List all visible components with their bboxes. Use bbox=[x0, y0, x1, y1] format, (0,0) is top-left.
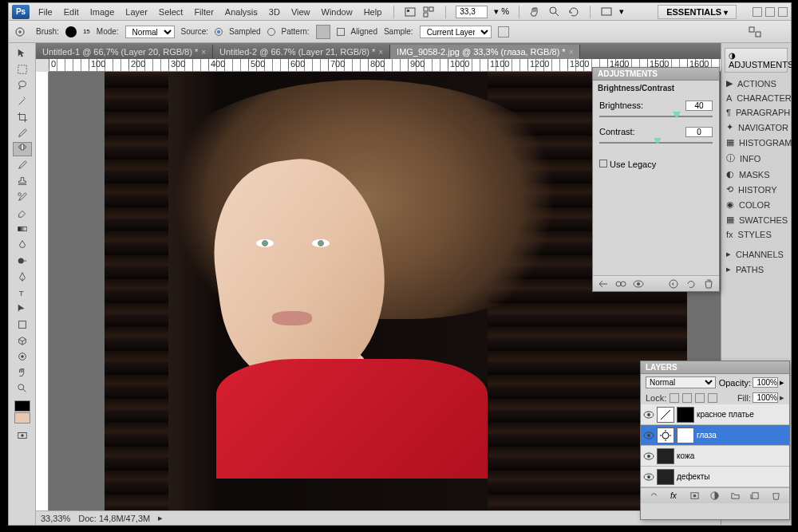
menu-view[interactable]: View bbox=[289, 6, 313, 18]
lock-trans-icon[interactable] bbox=[670, 393, 679, 403]
ruler-vertical[interactable] bbox=[36, 72, 49, 510]
status-arrow-icon[interactable]: ▸ bbox=[158, 513, 163, 523]
move-tool[interactable] bbox=[13, 46, 32, 61]
status-doc[interactable]: Doc: 14,8M/47,3M bbox=[78, 514, 150, 523]
reset-icon[interactable] bbox=[685, 278, 697, 290]
sample-select[interactable]: Current Layer bbox=[420, 26, 492, 38]
clip-icon[interactable] bbox=[615, 278, 626, 290]
group-icon[interactable] bbox=[730, 491, 741, 501]
tab-doc-2[interactable]: Untitled-2 @ 66.7% (Layer 21, RGB/8) *× bbox=[213, 45, 390, 59]
contrast-input[interactable] bbox=[685, 127, 713, 137]
dock-item-styles[interactable]: fxSTYLES bbox=[721, 227, 791, 242]
legacy-checkbox[interactable] bbox=[599, 160, 607, 167]
tab-doc-1[interactable]: Untitled-1 @ 66,7% (Layer 20, RGB/8) *× bbox=[36, 45, 213, 59]
contrast-slider[interactable] bbox=[599, 142, 713, 144]
dock-item-navigator[interactable]: ✦NAVIGATOR bbox=[721, 120, 791, 135]
clone-source-icon[interactable] bbox=[748, 26, 762, 38]
menu-3d[interactable]: 3D bbox=[267, 6, 282, 18]
maximize-button[interactable] bbox=[765, 7, 775, 17]
trash-icon[interactable] bbox=[771, 491, 781, 501]
workspace-button[interactable]: ESSENTIALS ▾ bbox=[658, 5, 737, 19]
layer-mask[interactable] bbox=[677, 428, 694, 443]
healing-brush-tool-icon[interactable] bbox=[14, 25, 30, 39]
adjustments-expand[interactable]: ◑ ADJUSTMENTS bbox=[725, 48, 788, 73]
mask-icon[interactable] bbox=[689, 491, 700, 501]
layer-name[interactable]: кожа bbox=[677, 451, 787, 460]
previous-icon[interactable] bbox=[668, 278, 679, 290]
quickmask-tool[interactable] bbox=[13, 428, 32, 443]
dock-item-actions[interactable]: ▶ACTIONS bbox=[721, 76, 791, 91]
bridge-icon[interactable] bbox=[404, 6, 417, 18]
sampled-radio[interactable] bbox=[215, 28, 223, 36]
dock-item-histogram[interactable]: ▦HISTOGRAM bbox=[721, 135, 791, 150]
foreground-swatch[interactable] bbox=[14, 400, 30, 412]
stamp-tool[interactable] bbox=[13, 174, 32, 188]
background-swatch[interactable] bbox=[14, 412, 30, 424]
visibility-icon[interactable] bbox=[643, 409, 654, 420]
lock-pos-icon[interactable] bbox=[695, 393, 705, 403]
marquee-tool[interactable] bbox=[13, 62, 32, 77]
dock-item-history[interactable]: ⟲HISTORY bbox=[721, 182, 791, 197]
eye-icon[interactable] bbox=[633, 278, 644, 290]
dropdown-icon[interactable]: ▾ bbox=[619, 6, 624, 17]
layer-row[interactable]: глаза bbox=[641, 425, 789, 446]
dock-item-channels[interactable]: ▸CHANNELS bbox=[721, 246, 791, 262]
brush-tool[interactable] bbox=[13, 158, 32, 172]
3d-camera-tool[interactable] bbox=[13, 349, 32, 364]
mode-select[interactable]: Normal bbox=[125, 26, 175, 38]
lock-paint-icon[interactable] bbox=[682, 393, 692, 403]
dock-item-paragraph[interactable]: ¶PARAGRAPH bbox=[721, 105, 791, 120]
menu-filter[interactable]: Filter bbox=[192, 6, 215, 18]
close-tab-icon[interactable]: × bbox=[378, 48, 383, 57]
hand-icon[interactable] bbox=[529, 6, 542, 18]
fill-arrow-icon[interactable]: ▸ bbox=[780, 392, 784, 403]
ignore-adj-icon[interactable] bbox=[498, 26, 509, 37]
blur-tool[interactable] bbox=[13, 238, 32, 252]
pen-tool[interactable] bbox=[13, 270, 32, 284]
fill-input[interactable] bbox=[753, 392, 778, 403]
dock-item-paths[interactable]: ▸PATHS bbox=[721, 262, 791, 277]
dock-item-color[interactable]: ◉COLOR bbox=[721, 197, 791, 212]
eyedropper-tool[interactable] bbox=[13, 126, 32, 140]
return-icon[interactable] bbox=[598, 278, 609, 290]
type-tool[interactable]: T bbox=[13, 286, 32, 300]
menu-layer[interactable]: Layer bbox=[123, 6, 150, 18]
layer-row[interactable]: кожа bbox=[641, 446, 789, 467]
menu-select[interactable]: Select bbox=[156, 6, 186, 18]
minimize-button[interactable] bbox=[753, 7, 762, 17]
zoom-input[interactable] bbox=[456, 6, 488, 18]
blend-mode-select[interactable]: Normal bbox=[646, 376, 716, 388]
aligned-checkbox[interactable] bbox=[337, 28, 345, 36]
hand-tool[interactable] bbox=[13, 365, 32, 380]
menu-analysis[interactable]: Analysis bbox=[223, 6, 260, 18]
gradient-tool[interactable] bbox=[13, 222, 32, 236]
screen-mode-icon[interactable] bbox=[600, 6, 613, 18]
zoom-tool[interactable] bbox=[13, 381, 32, 396]
trash-icon[interactable] bbox=[703, 278, 714, 290]
status-zoom[interactable]: 33,33% bbox=[41, 514, 70, 523]
dock-item-masks[interactable]: ◐MASKS bbox=[721, 167, 791, 182]
arrange-icon[interactable] bbox=[423, 6, 436, 18]
rotate-icon[interactable] bbox=[567, 6, 580, 18]
close-tab-icon[interactable]: × bbox=[569, 48, 574, 57]
3d-tool[interactable] bbox=[13, 333, 32, 348]
layer-name[interactable]: глаза bbox=[697, 431, 787, 439]
layers-tab[interactable]: LAYERS bbox=[641, 361, 789, 374]
menu-file[interactable]: File bbox=[36, 6, 55, 18]
dodge-tool[interactable] bbox=[13, 254, 32, 268]
menu-edit[interactable]: Edit bbox=[61, 6, 81, 18]
visibility-icon[interactable] bbox=[643, 451, 654, 462]
visibility-icon[interactable] bbox=[643, 430, 654, 441]
brush-preview[interactable] bbox=[65, 26, 77, 37]
path-select-tool[interactable] bbox=[13, 301, 32, 316]
layer-mask[interactable] bbox=[677, 407, 694, 423]
brightness-slider[interactable] bbox=[599, 116, 713, 117]
dock-item-swatches[interactable]: ▦SWATCHES bbox=[721, 212, 791, 227]
lock-all-icon[interactable] bbox=[708, 393, 717, 403]
lasso-tool[interactable] bbox=[13, 78, 32, 93]
close-button[interactable] bbox=[778, 7, 788, 17]
visibility-icon[interactable] bbox=[643, 471, 654, 483]
opacity-arrow-icon[interactable]: ▸ bbox=[780, 377, 784, 388]
menu-help[interactable]: Help bbox=[361, 6, 385, 18]
new-layer-icon[interactable] bbox=[750, 491, 760, 501]
